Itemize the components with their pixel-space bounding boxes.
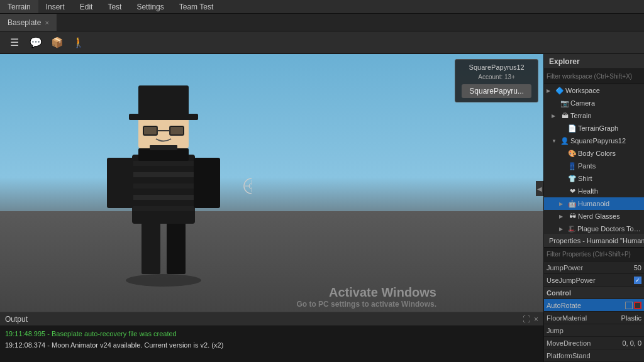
tree-item-terrain[interactable]: ▶🏔Terrain [544, 109, 644, 122]
tree-icon-terraingraph: 📄 [568, 124, 577, 133]
svg-point-0 [126, 274, 201, 287]
tree-item-shirt[interactable]: 👕Shirt [544, 172, 644, 185]
svg-rect-21 [150, 145, 177, 150]
tree-icon-plaguedoctors: 🎩 [567, 225, 576, 233]
explorer-tree: ▶🔷Workspace📷Camera▶🏔Terrain📄TerrainGraph… [544, 84, 644, 234]
tab-baseplate[interactable]: Baseplate × [0, 14, 57, 31]
account-label: Account: 13+ [462, 74, 531, 80]
svg-rect-18 [143, 126, 157, 135]
prop-name-platformstand: PlatformStand [547, 352, 594, 359]
output-expand-icon[interactable]: ⛶ [523, 315, 530, 324]
tree-item-squarepapyrus[interactable]: ▼👤SquarePapyrus12 [544, 134, 644, 147]
menu-test[interactable]: Test [100, 0, 129, 13]
tree-arrow-squarepapyrus[interactable]: ▼ [552, 138, 559, 144]
toolbar-bag-btn[interactable]: 📦 [48, 34, 67, 52]
svg-rect-5 [132, 172, 195, 177]
tree-label-terrain: Terrain [570, 112, 592, 119]
toolbar-character-btn[interactable]: 🚶 [69, 34, 88, 52]
tree-icon-workspace: 🔷 [555, 87, 564, 95]
svg-rect-4 [132, 161, 195, 166]
tree-label-bodycolors: Body Colors [578, 150, 616, 157]
explorer-filter-input[interactable] [547, 73, 641, 80]
character-display [75, 73, 252, 287]
prop-row-usejumppower[interactable]: UseJumpPower✓ [544, 274, 644, 287]
output-line-1: 19:11:48.995 - Baseplate auto-recovery f… [5, 329, 538, 340]
username-label: SquarePapyrus12 [462, 63, 531, 71]
svg-rect-6 [132, 184, 195, 189]
properties-filter-bar [544, 248, 644, 261]
prop-value-autorotate[interactable] [594, 302, 642, 309]
tree-label-workspace: Workspace [565, 87, 600, 94]
prop-value-usejumppower[interactable]: ✓ [596, 277, 641, 284]
prop-value-floormaterial: Plastic [594, 314, 642, 322]
tree-item-camera[interactable]: 📷Camera [544, 97, 644, 109]
svg-rect-2 [167, 217, 186, 274]
prop-name-usejumppower: UseJumpPower [547, 277, 596, 284]
tree-label-nerdglasses: Nerd Glasses [578, 212, 620, 220]
menu-insert[interactable]: Insert [38, 0, 72, 13]
tree-icon-pants: 👖 [568, 162, 577, 170]
prop-section-control: Control [544, 287, 644, 299]
tabs-bar: Baseplate × [0, 14, 644, 31]
tree-item-bodycolors[interactable]: 🎨Body Colors [544, 147, 644, 160]
tree-icon-humanoid: 🤖 [568, 200, 577, 208]
output-header: Output ⛶ × [0, 312, 543, 326]
tree-arrow-humanoid[interactable]: ▶ [559, 201, 567, 207]
svg-rect-14 [138, 85, 189, 117]
side-panel: Explorer ▶🔷Workspace📷Camera▶🏔Terrain📄Ter… [543, 54, 644, 362]
properties-list: JumpPower50UseJumpPower✓ControlAutoRotat… [544, 261, 644, 362]
tree-item-terraingraph[interactable]: 📄TerrainGraph [544, 122, 644, 134]
prop-name-jumppower: JumpPower [547, 264, 594, 272]
svg-rect-19 [170, 126, 184, 135]
prop-row-floormaterial[interactable]: FloorMaterialPlastic [544, 312, 644, 324]
menubar: Terrain Insert Edit Test Settings Team T… [0, 0, 644, 14]
menu-edit[interactable]: Edit [72, 0, 101, 13]
output-panel: Output ⛶ × 19:11:48.995 - Baseplate auto… [0, 312, 543, 362]
tab-close-button[interactable]: × [45, 19, 48, 26]
viewport[interactable]: SquarePapyrus12 Account: 13+ SquarePapyr… [0, 54, 543, 362]
toolbar-chat-btn[interactable]: 💬 [26, 34, 45, 52]
tree-label-health: Health [578, 187, 598, 195]
tree-item-health[interactable]: ❤Health [544, 185, 644, 197]
user-dropdown-button[interactable]: SquarePapyru... [462, 84, 531, 98]
tree-item-plaguedoctors[interactable]: ▶🎩Plague Doctors Top Hat [544, 222, 644, 234]
output-line-2: 19:12:08.374 - Moon Animator v24 availab… [5, 340, 538, 351]
tree-item-humanoid[interactable]: ▶🤖Humanoid [544, 197, 644, 210]
svg-rect-8 [132, 206, 195, 211]
prop-name-autorotate: AutoRotate [547, 302, 594, 309]
prop-row-jump[interactable]: Jump [544, 324, 644, 337]
output-content: 19:11:48.995 - Baseplate auto-recovery f… [0, 326, 543, 353]
properties-panel: Properties - Humanoid "Humanoid" JumpPow… [543, 234, 644, 362]
prop-row-jumppower[interactable]: JumpPower50 [544, 261, 644, 274]
tree-arrow-plaguedoctors[interactable]: ▶ [559, 226, 566, 232]
tree-arrow-terrain[interactable]: ▶ [552, 113, 559, 119]
output-close-icon[interactable]: × [534, 315, 538, 324]
prop-row-autorotate[interactable]: AutoRotate [544, 299, 644, 312]
tree-label-squarepapyrus: SquarePapyrus12 [570, 137, 626, 145]
tree-item-workspace[interactable]: ▶🔷Workspace [544, 84, 644, 97]
user-badge: SquarePapyrus12 Account: 13+ SquarePapyr… [455, 59, 538, 102]
svg-rect-7 [132, 195, 195, 200]
output-title: Output [5, 315, 28, 324]
toolbar: ☰ 💬 📦 🚶 [0, 31, 644, 54]
tree-icon-squarepapyrus: 👤 [560, 137, 569, 145]
tree-item-pants[interactable]: 👖Pants [544, 160, 644, 172]
prop-row-movedirection[interactable]: MoveDirection0, 0, 0 [544, 337, 644, 349]
explorer-filter-bar [544, 69, 644, 84]
tree-arrow-nerdglasses[interactable]: ▶ [559, 214, 567, 219]
svg-rect-10 [194, 158, 220, 208]
menu-settings[interactable]: Settings [129, 0, 171, 13]
tree-icon-nerdglasses: 🕶 [568, 212, 577, 220]
side-panel-collapse-arrow[interactable]: ◀ [536, 181, 543, 196]
prop-name-jump: Jump [547, 327, 594, 334]
prop-row-platformstand[interactable]: PlatformStand [544, 349, 644, 362]
menu-teamtest[interactable]: Team Test [172, 0, 221, 13]
toolbar-menu-btn[interactable]: ☰ [5, 34, 24, 52]
tree-label-terraingraph: TerrainGraph [578, 124, 618, 132]
tree-arrow-workspace[interactable]: ▶ [547, 88, 554, 94]
menu-terrain[interactable]: Terrain [0, 0, 38, 13]
prop-value-jumppower: 50 [594, 264, 642, 272]
tree-item-nerdglasses[interactable]: ▶🕶Nerd Glasses [544, 210, 644, 222]
properties-filter-input[interactable] [547, 251, 641, 258]
properties-header: Properties - Humanoid "Humanoid" [544, 234, 644, 248]
